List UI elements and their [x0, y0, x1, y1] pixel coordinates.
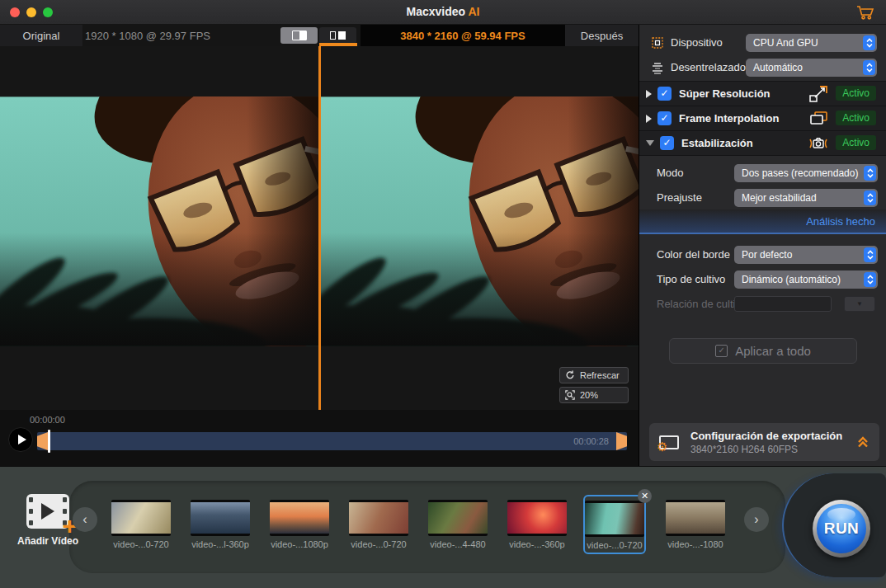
end-time: 00:00:28 — [573, 436, 609, 446]
app-window: Macxvideo AI Original 1920 * 1080 @ 29.9… — [0, 0, 886, 588]
trim-end-handle[interactable] — [616, 432, 627, 450]
crop-type-label: Tipo de cultivo — [657, 273, 725, 285]
timeline-strip: 00:00:00 00:00:28 — [0, 410, 639, 466]
stepper-icon — [864, 272, 876, 287]
thumbnail-image — [270, 500, 329, 536]
apply-to-all-button[interactable]: Aplicar a todo — [669, 338, 857, 364]
settings-panel: Dispositivo CPU And GPU Desentrelazado A… — [639, 25, 886, 466]
media-bar: Añadir Vídeo video-...0-720 video-...l-3… — [0, 466, 886, 588]
trim-start-handle[interactable] — [37, 432, 48, 450]
apply-all-icon — [715, 345, 728, 357]
super-resolution-checkbox[interactable] — [657, 87, 672, 101]
deinterlace-row: Desentrelazado Automático — [639, 56, 886, 79]
zoom-level-button[interactable]: 20% — [559, 387, 629, 403]
feature-list: Súper Resolución Activo Frame Interpolat… — [639, 81, 886, 156]
disclosure-collapsed-icon[interactable] — [646, 90, 652, 98]
video-thumbnail[interactable]: video-...4-480 — [427, 500, 489, 549]
side-by-side-view-button[interactable] — [319, 27, 356, 44]
stepper-icon — [863, 60, 875, 75]
interlace-lines-icon — [650, 60, 665, 75]
border-color-label: Color del borde — [657, 248, 730, 261]
feature-super-resolution[interactable]: Súper Resolución Activo — [639, 82, 886, 106]
stepper-icon — [864, 247, 876, 262]
refresh-icon — [565, 370, 575, 380]
disclosure-collapsed-icon[interactable] — [646, 115, 652, 123]
crop-type-row: Tipo de cultivo Dinámico (automático) — [639, 268, 886, 291]
preview-original-frame — [0, 96, 318, 346]
monitor-gear-icon — [659, 435, 679, 449]
feature-frame-interpolation[interactable]: Frame Interpolation Activo — [639, 106, 886, 131]
view-mode-toggles — [280, 27, 356, 44]
playhead[interactable] — [48, 430, 50, 453]
video-thumbnail-selected[interactable]: video-...0-720 — [583, 495, 646, 554]
thumbnail-image — [507, 500, 567, 536]
thumbnail-image — [191, 500, 250, 536]
crop-ratio-label: Relación de cultivo — [657, 298, 747, 310]
double-chevron-up-icon[interactable] — [856, 435, 870, 449]
play-button[interactable] — [8, 427, 33, 452]
carousel-prev-button[interactable] — [73, 507, 97, 532]
crop-ratio-row: Relación de cultivo — [639, 293, 886, 316]
side-by-side-icon — [330, 31, 346, 40]
status-badge: Activo — [836, 111, 876, 125]
stabilization-checkbox[interactable] — [660, 136, 674, 150]
thumbnail-image — [349, 500, 408, 536]
refresh-button[interactable]: Refrescar — [559, 367, 629, 383]
stepper-icon — [864, 191, 876, 205]
border-color-row: Color del borde Por defecto — [639, 243, 886, 266]
video-thumbnail[interactable]: video-...1080p — [268, 500, 331, 549]
analysis-done-link[interactable]: Análisis hecho — [806, 215, 875, 228]
border-color-select[interactable]: Por defecto — [734, 246, 878, 264]
export-settings-bar[interactable]: Configuración de exportación 3840*2160 H… — [649, 423, 879, 461]
mode-select[interactable]: Dos pases (recomendado) — [734, 164, 878, 182]
export-settings-value: 3840*2160 H264 60FPS — [690, 444, 842, 455]
cart-icon[interactable] — [856, 5, 874, 20]
video-thumbnail[interactable]: video-...-1080 — [664, 500, 727, 549]
mode-row: Modo Dos pases (recomendado) — [639, 162, 886, 185]
output-resolution: 3840 * 2160 @ 59.94 FPS — [361, 25, 565, 46]
timeline-scrubber[interactable]: 00:00:28 — [37, 432, 627, 450]
thumbnail-image — [585, 501, 644, 537]
after-label: Después — [565, 25, 639, 46]
disclosure-expanded-icon[interactable] — [646, 140, 654, 146]
carousel-next-button[interactable] — [744, 507, 769, 532]
mode-label: Modo — [657, 167, 684, 179]
scale-up-icon — [808, 85, 829, 103]
video-thumbnail[interactable]: video-...-360p — [506, 500, 568, 549]
video-preview: Refrescar 20% — [0, 46, 639, 410]
run-button[interactable]: RUN — [813, 500, 870, 557]
device-select[interactable]: CPU And GPU — [746, 34, 877, 52]
current-time: 00:00:00 — [30, 415, 65, 425]
play-icon — [18, 435, 26, 445]
compare-divider[interactable] — [318, 46, 321, 410]
thumbnail-image — [666, 500, 725, 536]
thumbnail-image — [428, 500, 488, 536]
preset-select[interactable]: Mejor estabilidad — [734, 189, 878, 207]
status-badge: Activo — [836, 135, 876, 150]
stacked-frames-icon — [808, 110, 829, 128]
deinterlace-select[interactable]: Automático — [746, 59, 877, 77]
video-thumbnail[interactable]: video-...l-360p — [189, 500, 252, 549]
frame-interpolation-checkbox[interactable] — [657, 111, 672, 125]
original-label: Original — [0, 25, 82, 46]
device-label: Dispositivo — [671, 36, 723, 49]
export-settings-title: Configuración de exportación — [690, 430, 842, 442]
crop-ratio-dropdown-button[interactable] — [844, 296, 875, 312]
crop-ratio-input[interactable] — [734, 296, 832, 312]
feature-stabilization[interactable]: Estabilización Activo — [639, 131, 886, 156]
crop-type-select[interactable]: Dinámico (automático) — [734, 270, 878, 289]
preview-processed-frame — [321, 96, 639, 346]
split-view-icon — [292, 31, 307, 40]
title-bar: Macxvideo AI — [0, 0, 886, 25]
camera-shake-icon — [808, 134, 829, 153]
stepper-icon — [863, 35, 875, 50]
app-title: Macxvideo AI — [0, 5, 886, 18]
video-thumbnail[interactable]: video-...0-720 — [110, 500, 172, 549]
original-resolution: 1920 * 1080 @ 29.97 FPS — [85, 25, 210, 46]
status-badge: Activo — [836, 86, 876, 101]
remove-video-button[interactable] — [638, 489, 652, 503]
split-view-button[interactable] — [280, 27, 318, 44]
video-thumbnail[interactable]: video-...0-720 — [347, 500, 410, 549]
deinterlace-label: Desentrelazado — [671, 61, 746, 73]
thumbnail-image — [111, 500, 171, 536]
